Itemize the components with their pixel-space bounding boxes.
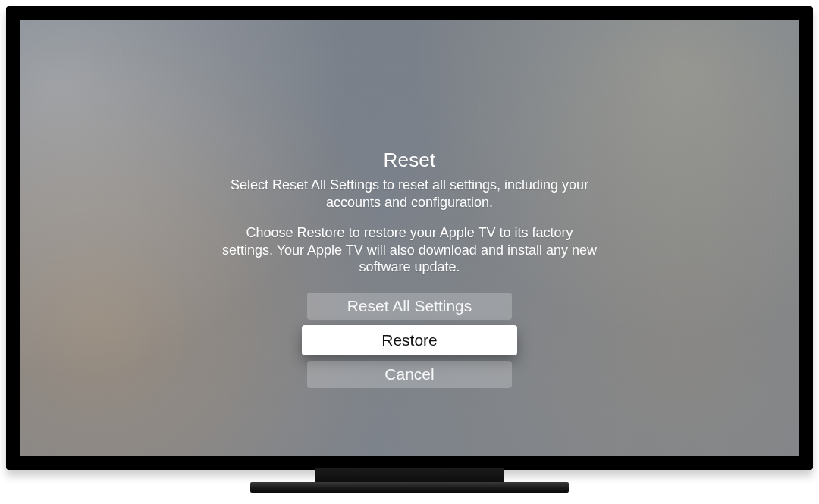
tv-frame: Reset Select Reset All Settings to reset… [6,6,813,470]
spacer [197,211,622,224]
restore-button[interactable]: Restore [302,325,517,355]
tv-screen: Reset Select Reset All Settings to reset… [20,20,799,456]
reset-dialog: Reset Select Reset All Settings to reset… [197,149,622,388]
dialog-button-stack: Reset All Settings Restore Cancel [197,293,622,388]
dialog-description-1: Select Reset All Settings to reset all s… [220,177,599,211]
dialog-title: Reset [197,149,622,172]
cancel-button[interactable]: Cancel [307,361,512,388]
dialog-description-2: Choose Restore to restore your Apple TV … [220,224,599,276]
reset-all-settings-button[interactable]: Reset All Settings [307,293,512,320]
tv-stand-base [250,482,569,493]
